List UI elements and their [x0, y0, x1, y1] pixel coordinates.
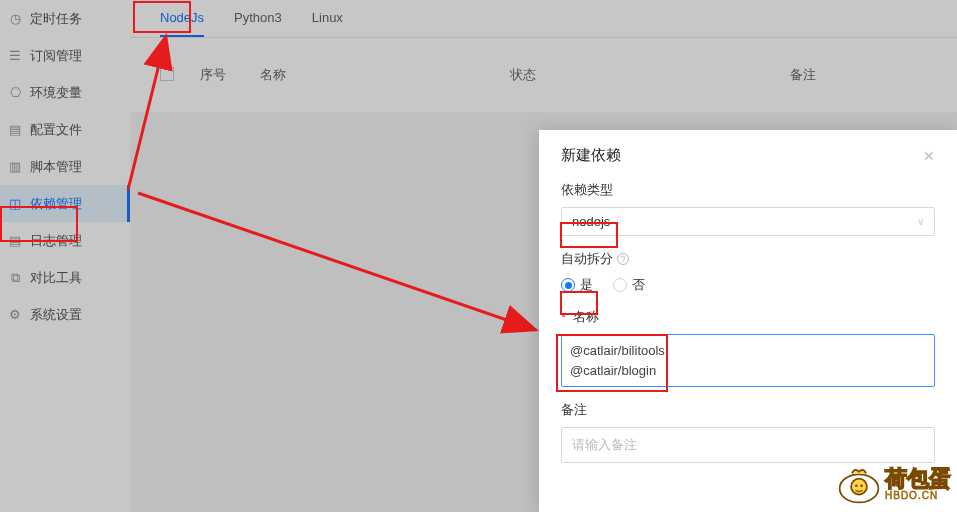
radio-icon: [613, 278, 627, 292]
sidebar-item-label: 配置文件: [30, 121, 82, 139]
label-text: 自动拆分: [561, 250, 613, 268]
sidebar-item-label: 脚本管理: [30, 158, 82, 176]
tab-label: Linux: [312, 10, 343, 25]
sidebar-item-label: 定时任务: [30, 10, 82, 28]
table-area: 序号 名称 状态 备注: [130, 38, 957, 112]
create-dependency-modal: 新建依赖 ✕ 依赖类型 nodejs ∨ 自动拆分 ? 是 否: [539, 130, 957, 512]
select-all-checkbox[interactable]: [160, 67, 174, 81]
tab-label: Python3: [234, 10, 282, 25]
tab-linux[interactable]: Linux: [312, 0, 343, 37]
code-icon: ▥: [8, 160, 22, 174]
radio-no[interactable]: 否: [613, 276, 645, 294]
clock-icon: ◷: [8, 12, 22, 26]
select-value: nodejs: [572, 214, 610, 229]
sidebar-item-label: 对比工具: [30, 269, 82, 287]
required-star-icon: *: [561, 310, 566, 325]
close-icon[interactable]: ✕: [923, 148, 935, 164]
field-label-note: 备注: [561, 401, 935, 419]
sidebar-item-diff[interactable]: ⧉ 对比工具: [0, 259, 130, 296]
help-icon[interactable]: ?: [617, 253, 629, 265]
sidebar-item-settings[interactable]: ⚙ 系统设置: [0, 296, 130, 333]
sidebar-item-cron[interactable]: ◷ 定时任务: [0, 0, 130, 37]
modal-title: 新建依赖: [561, 146, 621, 165]
sidebar: ◷ 定时任务 ☰ 订阅管理 ⎔ 环境变量 ▤ 配置文件 ▥ 脚本管理 ◫ 依赖管…: [0, 0, 130, 512]
field-label-name: * 名称: [561, 308, 935, 326]
radio-label: 否: [632, 276, 645, 294]
tab-label: NodeJs: [160, 10, 204, 25]
env-icon: ⎔: [8, 86, 22, 100]
field-label-type: 依赖类型: [561, 181, 935, 199]
sidebar-item-script[interactable]: ▥ 脚本管理: [0, 148, 130, 185]
tab-python3[interactable]: Python3: [234, 0, 282, 37]
radio-yes[interactable]: 是: [561, 276, 593, 294]
auto-split-radio-group: 是 否: [561, 276, 935, 294]
column-header-status: 状态: [510, 66, 790, 84]
placeholder-text: 请输入备注: [572, 437, 637, 452]
gear-icon: ⚙: [8, 308, 22, 322]
chevron-down-icon: ∨: [917, 216, 924, 227]
log-icon: ▤: [8, 234, 22, 248]
sidebar-item-label: 日志管理: [30, 232, 82, 250]
note-input[interactable]: 请输入备注: [561, 427, 935, 463]
table-header: 序号 名称 状态 备注: [160, 54, 927, 96]
sidebar-item-log[interactable]: ▤ 日志管理: [0, 222, 130, 259]
column-header-name: 名称: [260, 66, 510, 84]
file-icon: ▤: [8, 123, 22, 137]
sidebar-item-label: 订阅管理: [30, 47, 82, 65]
column-header-seq: 序号: [200, 66, 260, 84]
radio-label: 是: [580, 276, 593, 294]
sidebar-item-config[interactable]: ▤ 配置文件: [0, 111, 130, 148]
label-text: 名称: [573, 308, 599, 326]
sidebar-item-label: 依赖管理: [30, 195, 82, 213]
tabs-bar: NodeJs Python3 Linux: [130, 0, 957, 38]
rss-icon: ☰: [8, 49, 22, 63]
sidebar-item-dependency[interactable]: ◫ 依赖管理: [0, 185, 130, 222]
dependency-type-select[interactable]: nodejs ∨: [561, 207, 935, 236]
field-label-split: 自动拆分 ?: [561, 250, 935, 268]
sidebar-item-label: 环境变量: [30, 84, 82, 102]
dependency-name-input[interactable]: @catlair/bilitools @catlair/blogin: [561, 334, 935, 387]
diff-icon: ⧉: [8, 271, 22, 285]
sidebar-item-env[interactable]: ⎔ 环境变量: [0, 74, 130, 111]
sidebar-item-label: 系统设置: [30, 306, 82, 324]
radio-icon: [561, 278, 575, 292]
column-header-note: 备注: [790, 66, 927, 84]
tab-nodejs[interactable]: NodeJs: [160, 0, 204, 37]
sidebar-item-subscription[interactable]: ☰ 订阅管理: [0, 37, 130, 74]
package-icon: ◫: [8, 197, 22, 211]
